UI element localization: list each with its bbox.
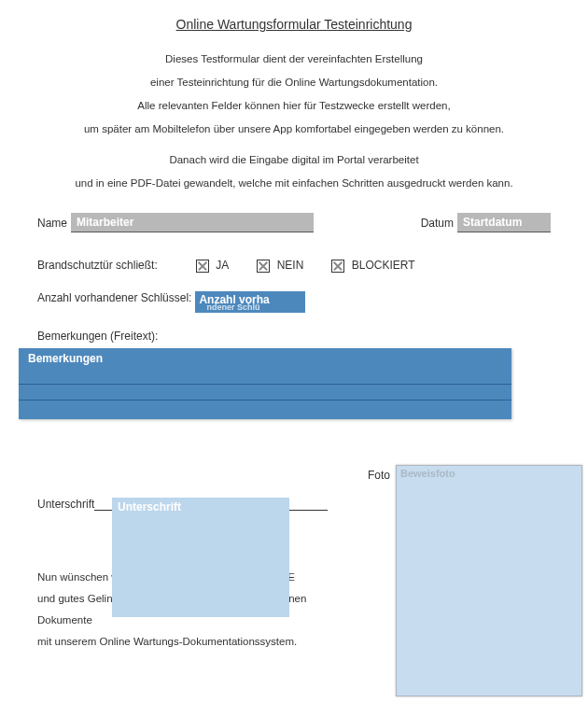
door-label: Brandschutztür schließt: xyxy=(37,259,196,272)
closing-line: mit unserem Online Wartungs-Dokumentatio… xyxy=(37,631,364,653)
option-yes-label: JA xyxy=(216,259,229,272)
remarks-lines xyxy=(19,369,511,419)
intro-line: Dieses Testformular dient der vereinfach… xyxy=(37,49,551,70)
option-no-label: NEIN xyxy=(277,259,304,272)
form-title: Online Wartungsformular Testeinrichtung xyxy=(37,17,551,32)
option-blocked-label: BLOCKIERT xyxy=(352,259,415,272)
keys-label: Anzahl vorhandener Schlüssel: xyxy=(37,291,191,304)
door-question-row: Brandschutztür schließt: JA NEIN BLOCKIE… xyxy=(37,259,551,273)
intro-text: Dieses Testformular dient der vereinfach… xyxy=(37,49,551,194)
intro-line: Danach wird die Eingabe digital im Porta… xyxy=(37,149,551,171)
remarks-placeholder: Bemerkungen xyxy=(19,348,511,369)
photo-placeholder: Beweisfoto xyxy=(400,468,455,479)
signature-placeholder: Unterschrift xyxy=(118,500,181,513)
photo-field[interactable]: Beweisfoto xyxy=(396,465,582,696)
intro-line: einer Testeinrichtung für die Online War… xyxy=(37,72,551,93)
intro-line: und in eine PDF-Datei gewandelt, welche … xyxy=(37,173,551,194)
date-label: Datum xyxy=(421,217,454,230)
remarks-label: Bemerkungen (Freitext): xyxy=(37,330,551,343)
keys-placeholder-sub: ndener Schlü xyxy=(199,303,301,312)
photo-label: Foto xyxy=(368,469,390,482)
name-field[interactable]: Mitarbeiter xyxy=(71,213,314,232)
checkbox-blocked[interactable] xyxy=(331,260,344,273)
intro-line: Alle relevanten Felder können hier für T… xyxy=(37,95,551,117)
intro-line: um später am Mobiltelefon über unsere Ap… xyxy=(37,119,551,140)
name-label: Name xyxy=(37,217,67,230)
signature-field[interactable]: Unterschrift xyxy=(112,498,289,617)
checkbox-yes[interactable] xyxy=(196,260,209,273)
remarks-field[interactable]: Bemerkungen xyxy=(19,348,511,419)
keys-field[interactable]: Anzahl vorha ndener Schlü xyxy=(195,291,305,313)
signature-label: Unterschrift xyxy=(37,498,94,511)
checkbox-no[interactable] xyxy=(257,260,270,273)
date-field[interactable]: Startdatum xyxy=(457,213,551,232)
